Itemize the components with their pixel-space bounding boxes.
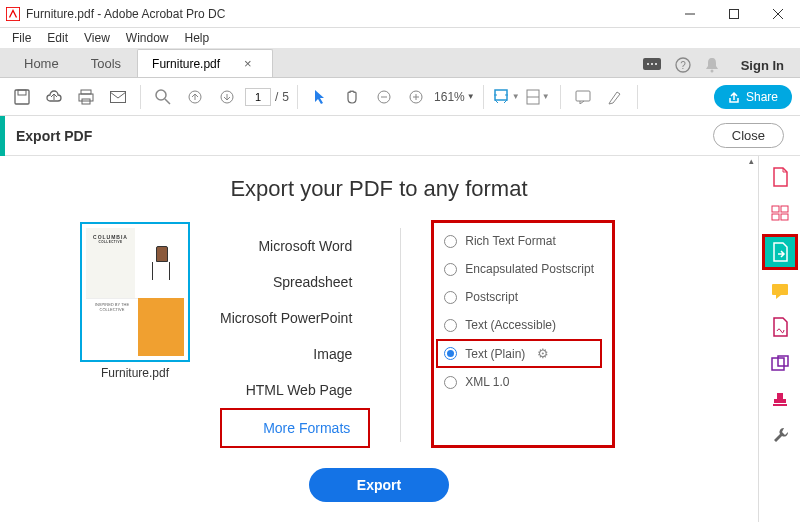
- bell-icon[interactable]: [705, 57, 719, 73]
- svg-rect-30: [576, 91, 590, 101]
- hand-icon[interactable]: [338, 83, 366, 111]
- export-panel-header: Export PDF Close: [0, 116, 800, 156]
- svg-rect-15: [79, 94, 93, 101]
- format-html[interactable]: HTML Web Page: [220, 372, 370, 408]
- panel-title: Export PDF: [16, 128, 92, 144]
- format-image[interactable]: Image: [220, 336, 370, 372]
- document-tab-label: Furniture.pdf: [152, 57, 220, 71]
- close-tab-icon[interactable]: ×: [244, 56, 252, 71]
- comment-tool-icon[interactable]: [765, 276, 795, 306]
- svg-rect-33: [772, 214, 779, 220]
- cloud-icon[interactable]: [40, 83, 68, 111]
- thumbnail-label: Furniture.pdf: [80, 366, 190, 380]
- chat-icon[interactable]: [643, 58, 661, 72]
- fit-page-icon[interactable]: ▼: [492, 83, 520, 111]
- format-powerpoint[interactable]: Microsoft PowerPoint: [220, 300, 370, 336]
- document-tab[interactable]: Furniture.pdf ×: [137, 49, 273, 77]
- prev-page-icon[interactable]: [181, 83, 209, 111]
- total-pages: 5: [282, 90, 289, 104]
- toolbar: / 5 161% ▼ ▼ ▼ Share: [0, 78, 800, 116]
- svg-line-19: [165, 99, 170, 104]
- export-heading: Export your PDF to any format: [30, 176, 728, 202]
- svg-point-7: [651, 63, 653, 65]
- subformat-list: Rich Text Format Encapsulated Postscript…: [431, 220, 615, 448]
- share-button[interactable]: Share: [714, 85, 792, 109]
- svg-point-11: [710, 70, 713, 73]
- sign-in-link[interactable]: Sign In: [733, 58, 792, 73]
- option-ps[interactable]: Postscript: [444, 283, 594, 311]
- menu-view[interactable]: View: [76, 29, 118, 47]
- svg-rect-12: [15, 90, 29, 104]
- home-tab[interactable]: Home: [8, 50, 75, 77]
- svg-text:?: ?: [680, 60, 686, 71]
- save-icon[interactable]: [8, 83, 36, 111]
- svg-rect-35: [772, 284, 788, 295]
- svg-rect-14: [81, 90, 91, 94]
- stamp-icon[interactable]: [765, 384, 795, 414]
- help-icon[interactable]: ?: [675, 57, 691, 73]
- titlebar: Furniture.pdf - Adobe Acrobat Pro DC: [0, 0, 800, 28]
- close-window-button[interactable]: [756, 0, 800, 28]
- zoom-out-icon[interactable]: [370, 83, 398, 111]
- export-button[interactable]: Export: [309, 468, 449, 502]
- svg-rect-2: [730, 9, 739, 18]
- export-panel-content: ▴ Export your PDF to any format COLUMBIA…: [0, 156, 758, 522]
- tabstrip: Home Tools Furniture.pdf × ? Sign In: [0, 48, 800, 78]
- option-rtf[interactable]: Rich Text Format: [444, 227, 594, 255]
- format-word[interactable]: Microsoft Word: [220, 228, 370, 264]
- fill-sign-icon[interactable]: [765, 312, 795, 342]
- maximize-button[interactable]: [712, 0, 756, 28]
- option-eps[interactable]: Encapsulated Postscript: [444, 255, 594, 283]
- close-panel-button[interactable]: Close: [713, 123, 784, 148]
- page-display-icon[interactable]: ▼: [524, 83, 552, 111]
- svg-point-18: [156, 90, 166, 100]
- right-tools-rail: [758, 156, 800, 522]
- print-icon[interactable]: [72, 83, 100, 111]
- tools-tab[interactable]: Tools: [75, 50, 137, 77]
- format-list: Microsoft Word Spreadsheet Microsoft Pow…: [220, 222, 370, 448]
- pointer-icon[interactable]: [306, 83, 334, 111]
- zoom-dropdown[interactable]: 161% ▼: [434, 90, 475, 104]
- svg-rect-13: [18, 90, 26, 95]
- menubar: File Edit View Window Help: [0, 28, 800, 48]
- mail-icon[interactable]: [104, 83, 132, 111]
- zoom-in-icon[interactable]: [402, 83, 430, 111]
- next-page-icon[interactable]: [213, 83, 241, 111]
- export-pdf-icon[interactable]: [762, 234, 798, 270]
- create-pdf-icon[interactable]: [765, 162, 795, 192]
- gear-icon[interactable]: ⚙: [537, 346, 549, 361]
- search-icon[interactable]: [149, 83, 177, 111]
- svg-rect-38: [773, 404, 787, 406]
- highlight-icon[interactable]: [601, 83, 629, 111]
- format-more[interactable]: More Formats: [220, 408, 370, 448]
- document-thumbnail[interactable]: COLUMBIACOLLECTIVE INSPIRED BY THE COLLE…: [80, 222, 190, 362]
- page-indicator: / 5: [245, 88, 289, 106]
- menu-help[interactable]: Help: [177, 29, 218, 47]
- more-tools-icon[interactable]: [765, 420, 795, 450]
- format-spreadsheet[interactable]: Spreadsheet: [220, 264, 370, 300]
- share-icon: [728, 91, 740, 103]
- comment-icon[interactable]: [569, 83, 597, 111]
- option-xml[interactable]: XML 1.0: [444, 368, 594, 396]
- menu-window[interactable]: Window: [118, 29, 177, 47]
- edit-pdf-icon[interactable]: [765, 348, 795, 378]
- svg-rect-32: [781, 206, 788, 212]
- minimize-button[interactable]: [668, 0, 712, 28]
- option-text-accessible[interactable]: Text (Accessible): [444, 311, 594, 339]
- current-page-input[interactable]: [245, 88, 271, 106]
- scroll-up-icon[interactable]: ▴: [743, 156, 758, 172]
- organize-pages-icon[interactable]: [765, 198, 795, 228]
- svg-point-6: [647, 63, 649, 65]
- svg-point-8: [655, 63, 657, 65]
- svg-rect-17: [111, 91, 126, 102]
- svg-rect-34: [781, 214, 788, 220]
- option-text-plain[interactable]: Text (Plain)⚙: [436, 339, 602, 368]
- acrobat-icon: [6, 7, 20, 21]
- svg-rect-31: [772, 206, 779, 212]
- menu-file[interactable]: File: [4, 29, 39, 47]
- menu-edit[interactable]: Edit: [39, 29, 76, 47]
- window-title: Furniture.pdf - Adobe Acrobat Pro DC: [26, 7, 668, 21]
